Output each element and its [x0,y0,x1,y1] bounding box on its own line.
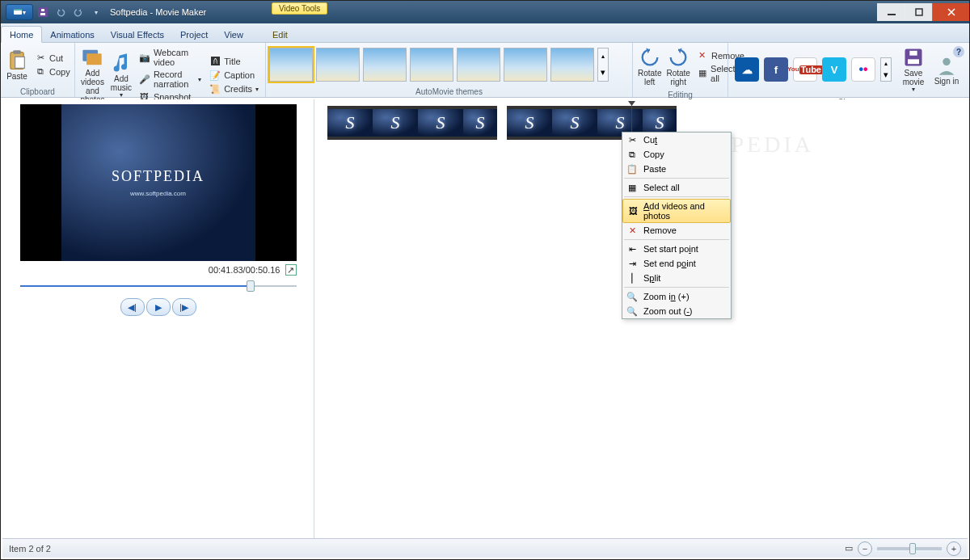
svg-rect-8 [13,50,20,54]
theme-thumb-6[interactable] [504,48,547,82]
workspace: SOFTPEDIA www.softpedia.com 00:41.83/00:… [2,99,968,538]
play-button[interactable]: ▶ [146,298,171,316]
prev-frame-button[interactable]: ◀| [120,298,145,316]
menu-remove[interactable]: ✕Remove [622,223,731,238]
contextual-tab-label: Video Tools [272,2,327,15]
status-text: Item 2 of 2 [9,544,51,554]
tab-edit[interactable]: Edit [264,27,296,42]
titlebar: ▾ ▾ Softpedia - Movie Maker Video Tools [1,1,969,23]
cut-button[interactable]: ✂Cut [32,52,74,65]
flickr-button[interactable]: •• [851,57,875,82]
paste-icon: 📋 [626,162,639,175]
copy-icon: ⧉ [35,66,46,78]
paste-button[interactable]: Paste [4,44,30,85]
help-button[interactable]: ? [953,46,964,57]
qat-customize-dropdown[interactable]: ▾ [88,4,104,20]
menu-select-all[interactable]: ▦Select all [622,180,731,195]
menu-set-end[interactable]: ⇥Set end point [622,256,731,271]
clip-item-1[interactable]: S S S S [327,106,497,140]
onedrive-button[interactable]: ☁ [735,57,759,82]
ribbon: ? Paste ✂Cut ⧉Copy Clipboard Add videos … [1,43,969,98]
record-narration-button[interactable]: 🎤Record narration▾ [136,69,205,90]
save-movie-button[interactable]: Save movie▾ [896,44,930,95]
contextual-tab-group: Video Tools [272,2,327,15]
add-music-button[interactable]: Add music▾ [108,44,134,106]
menu-paste[interactable]: 📋Paste [622,162,731,176]
menu-add-videos[interactable]: 🖼Add videos and photos [622,199,731,223]
vimeo-button[interactable]: V [822,57,846,82]
tab-view[interactable]: View [216,27,251,42]
webcam-button[interactable]: 📷Webcam video [136,47,205,68]
group-themes: ▴▾ AutoMovie themes [266,43,633,97]
qat-undo-button[interactable] [53,4,69,20]
tab-animations[interactable]: Animations [42,27,102,42]
rotate-right-button[interactable]: Rotate right [664,44,691,88]
preview-pane: SOFTPEDIA www.softpedia.com 00:41.83/00:… [2,99,314,538]
menu-zoom-in[interactable]: 🔍Zoom in (+) [622,289,731,304]
webcam-icon: 📷 [139,52,150,63]
svg-rect-6 [916,9,922,15]
zoom-out-button[interactable]: − [858,541,872,556]
context-menu: ✂Cut ⧉Copy 📋Paste ▦Select all 🖼Add video… [622,132,732,319]
preview-url: www.softpedia.com [130,190,186,197]
menu-set-start[interactable]: ⇤Set start point [622,242,731,256]
youtube-button[interactable]: YouTube [793,57,817,82]
add-media-icon: 🖼 [626,204,639,217]
group-editing: Rotate left Rotate right ✕Remove ▦Select… [633,43,728,97]
menu-cut[interactable]: ✂Cut [622,133,731,147]
svg-rect-4 [41,9,44,11]
facebook-button[interactable]: f [764,57,788,82]
app-menu-button[interactable]: ▾ [6,4,33,20]
split-icon: ⎮ [626,272,639,284]
minimize-button[interactable] [877,3,905,21]
copy-button[interactable]: ⧉Copy [32,65,74,78]
copy-icon: ⧉ [626,148,639,161]
start-point-icon: ⇤ [626,242,639,255]
window-controls [877,3,969,21]
zoom-in-button[interactable]: + [947,541,961,556]
preview-time: 00:41.83/00:50.16 [209,265,280,275]
seek-slider[interactable] [20,284,297,288]
theme-thumb-5[interactable] [457,48,500,82]
caption-icon: 📝 [209,69,221,81]
svg-rect-13 [908,59,919,64]
add-videos-button[interactable]: Add videos and photos [78,44,107,106]
menu-copy[interactable]: ⧉Copy [622,147,731,162]
scissors-icon: ✂ [35,53,46,64]
theme-thumb-7[interactable] [550,48,594,82]
share-more-button[interactable]: ▴▾ [880,57,892,82]
close-button[interactable] [932,3,969,21]
tab-home[interactable]: Home [1,26,42,43]
theme-thumb-4[interactable] [410,48,453,82]
menu-zoom-out[interactable]: 🔍Zoom out (-) [622,304,731,318]
maximize-button[interactable] [905,3,932,21]
zoom-slider[interactable] [877,547,942,550]
group-themes-label: AutoMovie themes [266,86,632,97]
next-frame-button[interactable]: |▶ [172,298,196,316]
statusbar: Item 2 of 2 ▭ − + [2,538,968,558]
remove-icon: ✕ [697,50,708,61]
credits-icon: 📜 [209,83,221,95]
select-all-icon: ▦ [697,68,707,79]
tab-visual-effects[interactable]: Visual Effects [103,27,172,42]
menu-split[interactable]: ⎮Split [622,271,731,285]
title-icon: 🅰 [209,56,221,67]
tab-project[interactable]: Project [172,27,216,42]
svg-rect-5 [888,14,896,15]
qat-redo-button[interactable] [70,4,86,20]
group-clipboard-label: Clipboard [1,86,74,97]
theme-thumb-2[interactable] [316,48,360,82]
remove-icon: ✕ [626,224,639,237]
fullscreen-button[interactable]: ↗ [285,264,297,276]
title-button[interactable]: 🅰Title [206,55,262,68]
theme-thumb-1[interactable] [269,48,313,82]
rotate-left-button[interactable]: Rotate left [636,44,663,88]
preview-logo: SOFTPEDIA [112,168,205,185]
qat-save-button[interactable] [35,4,51,20]
theme-thumb-3[interactable] [363,48,407,82]
thumbnail-view-button[interactable]: ▭ [845,543,853,554]
paste-label: Paste [6,72,27,81]
credits-button[interactable]: 📜Credits▾ [206,82,262,95]
caption-button[interactable]: 📝Caption [206,69,262,82]
themes-more-button[interactable]: ▴▾ [597,48,609,82]
